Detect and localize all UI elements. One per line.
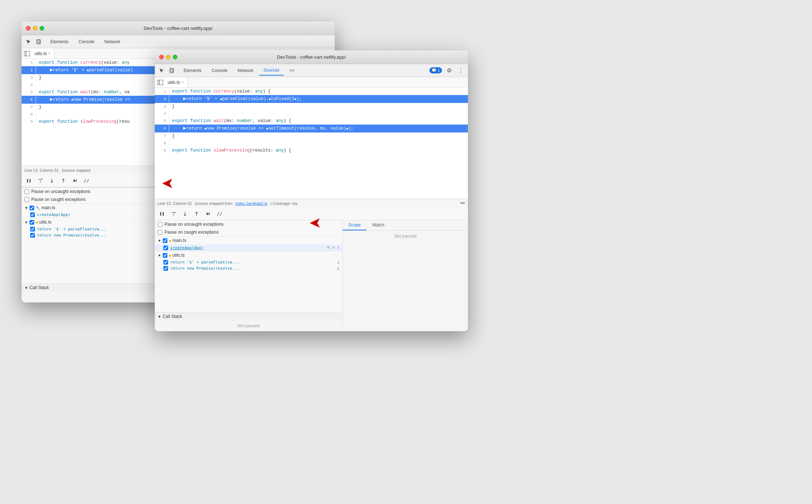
- step-over-back[interactable]: [36, 176, 45, 185]
- pause-uncaught-label-front: Pause on uncaught exceptions: [164, 222, 224, 227]
- edit-breakpoint-front[interactable]: ✎: [327, 245, 330, 250]
- notification-badge-front[interactable]: 💬 1: [429, 67, 442, 73]
- pause-caught-checkbox-back[interactable]: [24, 197, 29, 202]
- code-line-2-front: 2 ▶return '$' + ◆parseFloat(value).◆toFi…: [155, 95, 468, 103]
- code-line-9-front: 9 export function slowProcessing(results…: [155, 147, 468, 154]
- window-title-front: DevTools - coffee-cart.netlify.app/: [277, 54, 346, 60]
- tab-elements-back[interactable]: Elements: [46, 37, 73, 46]
- cursor-icon-back[interactable]: [24, 38, 32, 46]
- code-line-3-front: 3 }: [155, 103, 468, 110]
- tab-elements-front[interactable]: Elements: [179, 66, 206, 75]
- pause-uncaught-checkbox-front[interactable]: [158, 222, 162, 227]
- bp-line-promise-front: 6: [337, 266, 339, 271]
- step-out-front[interactable]: [192, 210, 201, 218]
- device-icon-back[interactable]: [35, 38, 43, 46]
- tab-sources-front[interactable]: Sources: [259, 66, 284, 76]
- bottom-split-front: Pause on uncaught exceptions Pause on ca…: [155, 220, 468, 331]
- bp-checkbox-createapp-back[interactable]: [30, 212, 35, 217]
- chevron-call-stack-icon-back: ▼: [24, 286, 28, 290]
- status-link-front[interactable]: index.1ac4eab2.js: [235, 201, 267, 206]
- watch-tab-front[interactable]: Watch: [366, 220, 390, 230]
- deactivate-front[interactable]: //: [215, 210, 224, 218]
- bp-group-header-main-front[interactable]: ▼ ■ main.ts: [155, 237, 342, 244]
- status-right-front: ) Coverage: n/a: [270, 201, 298, 206]
- chevron-down-icon-main-back: ▼: [24, 206, 28, 210]
- zoom-button-front[interactable]: [173, 55, 177, 59]
- call-stack-label-front: Call Stack: [163, 314, 182, 319]
- status-middle-front: (source mapped from: [195, 201, 233, 206]
- file-close-back[interactable]: ×: [48, 51, 50, 55]
- pause-button-front[interactable]: [158, 210, 166, 218]
- bp-group-name-utils-back: utils.ts: [39, 220, 51, 225]
- file-close-front[interactable]: ×: [181, 80, 184, 84]
- more-button-front[interactable]: ⋮: [456, 66, 465, 75]
- panel-toggle-front[interactable]: [156, 78, 164, 86]
- close-button-back[interactable]: [26, 26, 31, 31]
- bp-group-checkbox-main-back[interactable]: [30, 206, 34, 210]
- step-into-back[interactable]: [48, 176, 56, 185]
- step-out-back[interactable]: [59, 176, 68, 185]
- bp-checkbox-parsefloat-back[interactable]: [30, 227, 35, 231]
- status-mapped-back: (source mapped: [62, 168, 90, 172]
- bp-item-parsefloat-front[interactable]: return '$' + parseFloat(va... 2: [155, 259, 342, 265]
- tab-more-front[interactable]: >>: [285, 66, 299, 75]
- code-line-5-front: 5 export function wait(ms: number, value…: [155, 117, 468, 125]
- tab-console-front[interactable]: Console: [207, 66, 232, 75]
- bp-group-checkbox-utils-back[interactable]: [30, 220, 34, 225]
- expand-btn-front[interactable]: [460, 201, 465, 206]
- pause-uncaught-checkbox-back[interactable]: [24, 189, 29, 194]
- file-icon-utils-back: ■: [36, 220, 38, 224]
- pause-caught-checkbox-front[interactable]: [158, 230, 162, 235]
- scope-tab-front[interactable]: Scope: [343, 220, 366, 230]
- status-position-back: Line 13, Column 51: [24, 168, 59, 172]
- bp-checkbox-parsefloat-front[interactable]: [163, 260, 168, 265]
- svg-rect-2: [24, 51, 30, 56]
- bp-text-createapp-front: createApp(App): [170, 246, 325, 250]
- tab-console-back[interactable]: Console: [74, 37, 99, 46]
- minimize-button-back[interactable]: [33, 26, 37, 31]
- bp-checkbox-promise-front[interactable]: [163, 266, 168, 271]
- pause-button-back[interactable]: [24, 176, 33, 185]
- status-position-front: Line 13, Column 51: [158, 201, 192, 206]
- continue-back[interactable]: [71, 176, 79, 185]
- file-tab-name-back: utils.ts: [35, 51, 47, 56]
- bp-checkbox-createapp-front[interactable]: [163, 246, 168, 250]
- remove-breakpoint-front[interactable]: ×: [333, 245, 335, 250]
- bp-item-promise-front[interactable]: return new Promise(resolve... 6: [155, 265, 342, 271]
- file-tab-strip-front: utils.ts ×: [155, 77, 468, 88]
- minimize-button-front[interactable]: [166, 55, 171, 59]
- code-line-1-front: 1 export function currency(value: any) {: [155, 88, 468, 95]
- scope-watch-tabs-front: Scope Watch: [343, 220, 468, 231]
- file-tab-utils-front[interactable]: utils.ts ×: [164, 77, 188, 87]
- title-bar-front: DevTools - coffee-cart.netlify.app/: [155, 50, 468, 64]
- breakpoints-pane-front: Pause on uncaught exceptions Pause on ca…: [155, 220, 343, 331]
- bp-checkbox-promise-back[interactable]: [30, 233, 35, 238]
- pause-uncaught-front[interactable]: Pause on uncaught exceptions: [155, 220, 342, 228]
- pause-caught-label-back: Pause on caught exceptions: [31, 197, 86, 202]
- bp-line-createapp-front: 7: [337, 246, 339, 250]
- bp-group-checkbox-utils-front[interactable]: [163, 253, 167, 258]
- deactivate-back[interactable]: //: [82, 176, 91, 185]
- file-tab-utils-back[interactable]: utils.ts ×: [31, 48, 54, 59]
- pause-caught-front[interactable]: Pause on caught exceptions: [155, 228, 342, 236]
- cursor-icon-front[interactable]: [158, 67, 166, 75]
- zoom-button-back[interactable]: [40, 26, 44, 31]
- tab-network-front[interactable]: Network: [233, 66, 258, 75]
- badge-count-front: 1: [438, 68, 440, 73]
- tab-network-back[interactable]: Network: [100, 37, 125, 46]
- bp-item-createapp-front[interactable]: createApp(App) ✎ × 7: [155, 244, 342, 251]
- file-icon-main-front: ■: [169, 239, 171, 243]
- panel-toggle-back[interactable]: [23, 50, 31, 58]
- code-line-8-front: 8: [155, 140, 468, 147]
- step-over-front[interactable]: [169, 210, 178, 218]
- svg-rect-1: [38, 41, 40, 43]
- settings-button-front[interactable]: ⚙: [445, 66, 454, 75]
- device-icon-front[interactable]: [168, 67, 176, 75]
- close-button-front[interactable]: [159, 55, 164, 59]
- bp-group-header-utils-front[interactable]: ▼ ■ utils.ts: [155, 251, 342, 259]
- code-line-7-front: 7 }: [155, 132, 468, 140]
- step-into-front[interactable]: [181, 210, 189, 218]
- bp-group-checkbox-main-front[interactable]: [163, 238, 167, 243]
- chevron-down-icon-utils-back: ▼: [24, 220, 28, 224]
- continue-front[interactable]: [204, 210, 212, 218]
